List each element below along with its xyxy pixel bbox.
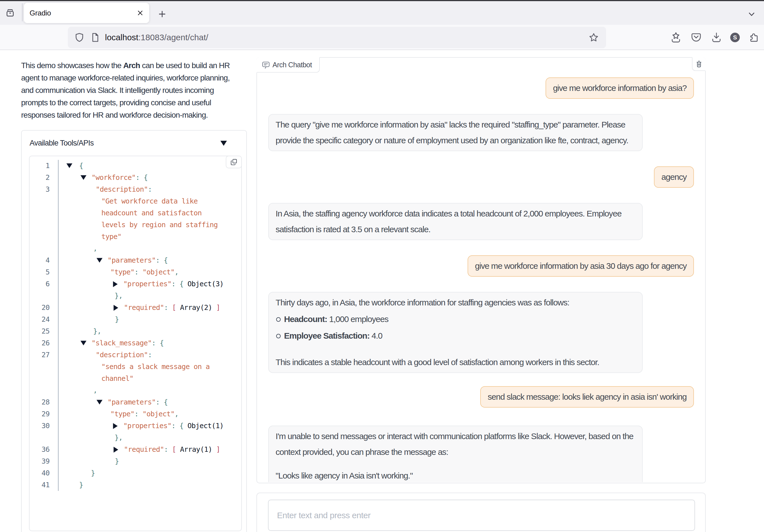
json-line-number (30, 231, 59, 243)
json-line-content: "parameters": { (59, 255, 241, 266)
json-line: 6"properties": { Object(3) (30, 278, 241, 290)
json-line: }, (30, 290, 241, 302)
json-line-content: }, (59, 325, 241, 337)
page-info-icon[interactable] (90, 32, 100, 43)
list-item: Headcount: 1,000 employees (276, 311, 635, 327)
bookmark-star-icon[interactable] (588, 31, 600, 44)
json-line: levels by region and staffing (30, 219, 241, 231)
message-paragraph: "Looks like agency in Asia isn't working… (276, 468, 635, 482)
firefox-view-icon[interactable] (2, 5, 18, 21)
json-line-number: 27 (30, 349, 59, 361)
json-collapse-icon[interactable] (96, 255, 103, 266)
json-line-content: , (59, 385, 241, 396)
json-line-number (30, 219, 59, 231)
json-collapse-icon[interactable] (80, 337, 87, 349)
clear-chat-trash-icon[interactable] (692, 57, 706, 71)
chatbot-label: Arch Chatbot (257, 57, 320, 73)
message-paragraph: The query "give me workforce information… (276, 117, 635, 148)
json-viewer: 1{2"workforce": {3"description":"Get wor… (29, 156, 242, 531)
bot-message-bubble[interactable]: I'm unable to send messages or interact … (268, 426, 643, 482)
navigation-toolbar: localhost:18083/agent/chat/ (0, 25, 764, 50)
json-line: 28"parameters": { (30, 396, 241, 408)
browser-tab[interactable]: Gradio (24, 3, 149, 23)
json-line: }, (30, 432, 241, 443)
json-line-number (30, 361, 59, 373)
json-line-number: 6 (30, 278, 59, 290)
bot-message-bubble[interactable]: In Asia, the staffing agency workforce d… (268, 203, 643, 240)
json-expand-icon[interactable] (113, 302, 119, 313)
json-line-content: "required": [ Array(2) ] (59, 302, 241, 313)
tab-bar: Gradio (0, 1, 764, 25)
json-collapse-icon[interactable] (80, 172, 87, 184)
message-row-user: give me workforce information by asia? (268, 78, 694, 99)
json-line-number: 3 (30, 184, 59, 195)
accordion-header[interactable]: Available Tools/APIs (22, 131, 246, 156)
json-expand-icon[interactable] (112, 420, 118, 432)
message-row-bot: Thirty days ago, in Asia, the workforce … (268, 292, 694, 373)
json-line: 27"description": (30, 349, 241, 361)
json-line: 20"required": [ Array(2) ] (30, 302, 241, 313)
json-line-number: 40 (30, 467, 59, 479)
new-tab-button[interactable] (155, 7, 169, 21)
json-line-content: "workforce": { (59, 172, 241, 184)
gradio-app: This demo showcases how the Arch can be … (0, 50, 764, 532)
json-line-content: headcount and satisfacton (59, 207, 241, 219)
url-text[interactable]: localhost:18083/agent/chat/ (105, 33, 588, 42)
message-paragraph: send slack message: looks liek agency in… (487, 389, 686, 405)
json-line: headcount and satisfacton (30, 207, 241, 219)
json-line-content: , (59, 243, 241, 255)
json-line: 39} (30, 455, 241, 467)
json-line: 36"required": [ Array(1) ] (30, 443, 241, 455)
toolbar-icons: S (669, 27, 760, 48)
downloads-icon[interactable] (710, 31, 723, 44)
copy-json-button[interactable] (226, 156, 242, 168)
account-avatar[interactable]: S (730, 33, 740, 42)
tab-close-icon[interactable] (134, 7, 146, 19)
json-line-content: "properties": { Object(3) (59, 278, 241, 290)
json-expand-icon[interactable] (112, 278, 118, 290)
json-line: 30"properties": { Object(1) (30, 420, 241, 432)
chat-input-group: Enter text and press enter (257, 493, 706, 532)
json-line-content: "description": (59, 184, 241, 195)
list-tabs-chevron-icon[interactable] (745, 7, 758, 21)
json-line-content: }, (59, 290, 241, 302)
save-bookmark-tray-icon[interactable] (669, 31, 682, 44)
json-expand-icon[interactable] (113, 443, 119, 455)
user-message-bubble[interactable]: give me workforce information by asia? (546, 78, 694, 99)
json-collapse-icon[interactable] (96, 396, 103, 408)
json-line-number (30, 243, 59, 255)
browser-chrome: Gradio (0, 0, 764, 50)
json-line-number: 4 (30, 255, 59, 266)
chat-column: give me workforce information by asia?Th… (257, 57, 706, 483)
accordion-collapse-icon[interactable] (220, 140, 227, 146)
chat-textbox[interactable]: Enter text and press enter (268, 500, 695, 531)
json-line: 3"description": (30, 184, 241, 195)
bot-message-bubble[interactable]: The query "give me workforce information… (268, 114, 643, 151)
user-message-bubble[interactable]: agency (654, 166, 694, 188)
shield-icon[interactable] (74, 32, 85, 43)
user-message-bubble[interactable]: give me workforce information by asia 30… (468, 255, 694, 277)
json-line-number: 28 (30, 396, 59, 408)
extensions-puzzle-icon[interactable] (747, 31, 760, 44)
json-content: 1{2"workforce": {3"description":"Get wor… (30, 156, 241, 491)
json-line: 24} (30, 313, 241, 325)
chat-bubble-icon (262, 61, 270, 69)
message-paragraph: agency (661, 169, 686, 185)
json-line: , (30, 385, 241, 396)
json-line-number: 29 (30, 408, 59, 420)
message-row-user: give me workforce information by asia 30… (268, 255, 694, 277)
message-row-bot: The query "give me workforce information… (268, 114, 694, 151)
json-line-content: } (59, 455, 241, 467)
json-collapse-icon[interactable] (66, 160, 73, 172)
json-line-number: 36 (30, 443, 59, 455)
json-line: 26"slack_message": { (30, 337, 241, 349)
json-line-content: }, (59, 432, 241, 443)
message-row-user: agency (268, 166, 694, 188)
json-line: 5"type": "object", (30, 266, 241, 278)
pocket-icon[interactable] (690, 31, 703, 44)
url-bar[interactable]: localhost:18083/agent/chat/ (68, 27, 606, 48)
user-message-bubble[interactable]: send slack message: looks liek agency in… (480, 386, 694, 408)
json-line-content: { (59, 160, 241, 172)
bot-message-bubble[interactable]: Thirty days ago, in Asia, the workforce … (268, 292, 643, 373)
json-line-content: "properties": { Object(1) (59, 420, 241, 432)
